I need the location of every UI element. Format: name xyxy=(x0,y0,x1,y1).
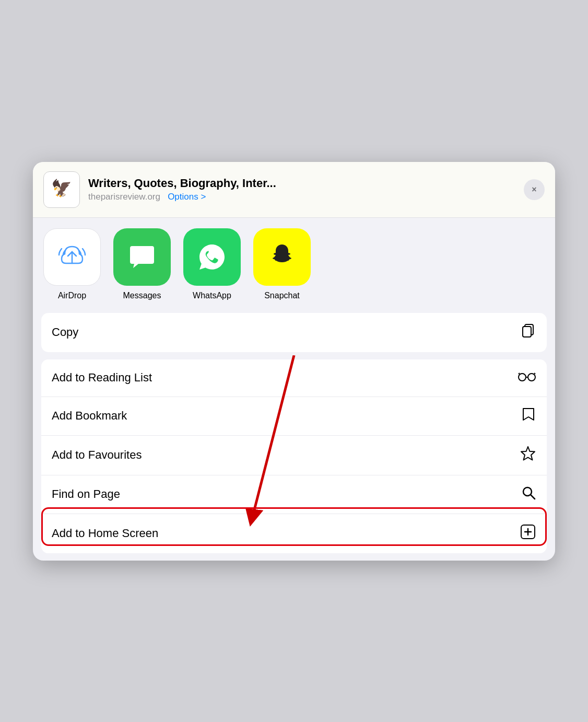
header-text-group: Writers, Quotes, Biography, Inter... the… xyxy=(88,177,515,202)
close-button[interactable]: × xyxy=(524,179,545,200)
page-title: Writers, Quotes, Biography, Inter... xyxy=(88,177,515,190)
airdrop-label: AirDrop xyxy=(58,291,86,300)
main-action-group: Add to Reading List Add Bookmark xyxy=(41,359,547,553)
find-action[interactable]: Find on Page xyxy=(41,475,547,514)
annotation-area: Copy Add to Reading List xyxy=(33,313,555,553)
airdrop-icon xyxy=(43,228,101,286)
share-snapchat[interactable]: Snapchat xyxy=(253,228,311,300)
glasses-icon xyxy=(518,369,536,387)
reading-list-label: Add to Reading List xyxy=(52,371,152,385)
page-domain: theparisreview.org Options > xyxy=(88,192,515,202)
reading-list-action[interactable]: Add to Reading List xyxy=(41,359,547,397)
search-icon xyxy=(521,485,536,504)
bookmark-label: Add Bookmark xyxy=(52,409,127,423)
find-label: Find on Page xyxy=(52,487,120,501)
share-app-row: AirDrop Messages WhatsApp xyxy=(33,218,555,313)
share-sheet: 🦅 Writers, Quotes, Biography, Inter... t… xyxy=(33,162,555,561)
favourites-label: Add to Favourites xyxy=(52,448,142,462)
bookmark-action[interactable]: Add Bookmark xyxy=(41,397,547,436)
options-link[interactable]: Options > xyxy=(168,192,206,202)
snapchat-label: Snapchat xyxy=(264,291,300,300)
svg-point-4 xyxy=(519,374,526,381)
star-icon xyxy=(520,445,536,465)
home-screen-label: Add to Home Screen xyxy=(52,527,158,540)
site-logo-svg: 🦅 xyxy=(46,174,77,205)
book-icon xyxy=(521,406,536,426)
plus-square-icon xyxy=(520,523,536,544)
site-icon: 🦅 xyxy=(43,171,80,208)
svg-point-5 xyxy=(528,374,535,381)
messages-label: Messages xyxy=(123,291,161,300)
snapchat-icon xyxy=(253,228,311,286)
messages-icon xyxy=(113,228,171,286)
domain-text: theparisreview.org xyxy=(88,192,160,202)
copy-group: Copy xyxy=(41,313,547,352)
whatsapp-icon xyxy=(183,228,241,286)
copy-label: Copy xyxy=(52,325,78,339)
home-screen-action[interactable]: Add to Home Screen xyxy=(41,514,547,553)
share-header: 🦅 Writers, Quotes, Biography, Inter... t… xyxy=(33,162,555,218)
share-messages[interactable]: Messages xyxy=(113,228,171,300)
copy-icon xyxy=(520,322,536,343)
share-airdrop[interactable]: AirDrop xyxy=(43,228,101,300)
favourites-action[interactable]: Add to Favourites xyxy=(41,436,547,475)
share-whatsapp[interactable]: WhatsApp xyxy=(183,228,241,300)
copy-action[interactable]: Copy xyxy=(41,313,547,352)
whatsapp-label: WhatsApp xyxy=(193,291,231,300)
svg-text:🦅: 🦅 xyxy=(51,178,72,198)
svg-rect-3 xyxy=(523,327,531,337)
